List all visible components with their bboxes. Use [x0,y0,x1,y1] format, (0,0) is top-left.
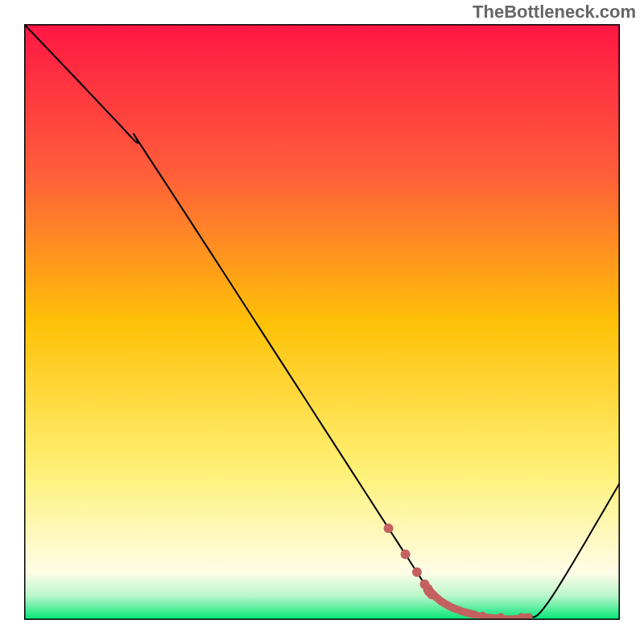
svg-point-2 [412,568,422,577]
svg-point-1 [401,550,411,559]
svg-point-0 [384,523,394,533]
watermark-text: TheBottleneck.com [473,2,636,23]
chart-container: TheBottleneck.com [0,0,644,644]
svg-point-46 [518,613,525,620]
chart-plot-area [24,24,620,620]
svg-point-45 [497,613,504,620]
gradient-background [24,24,620,620]
chart-svg [24,24,620,620]
svg-point-44 [480,612,486,618]
